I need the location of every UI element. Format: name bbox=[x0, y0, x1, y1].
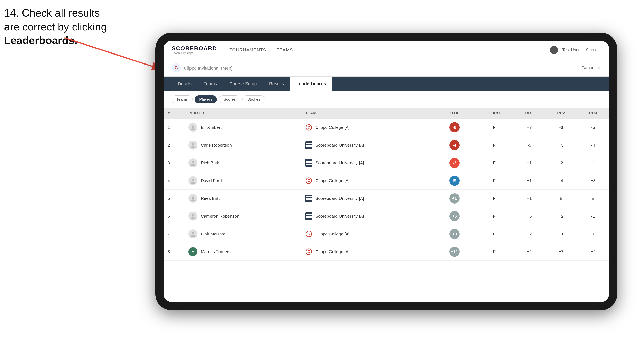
tab-teams[interactable]: Teams bbox=[198, 77, 223, 91]
top-nav: SCOREBOARD Powered by clippd TOURNAMENTS… bbox=[164, 41, 609, 59]
col-rd1: RD1 bbox=[514, 108, 545, 119]
cell-total: +6 bbox=[434, 207, 476, 225]
score-badge: +1 bbox=[450, 193, 460, 203]
team-name: Clippd College [A] bbox=[315, 231, 350, 236]
filter-scores[interactable]: Scores bbox=[219, 95, 240, 104]
table-row: 5Rees BrittScoreboard University [A]+1F+… bbox=[164, 190, 609, 207]
svg-point-17 bbox=[191, 182, 195, 183]
svg-rect-9 bbox=[306, 145, 312, 146]
cell-thru: F bbox=[476, 154, 514, 172]
cell-team: CClippd College [A] bbox=[301, 172, 434, 190]
cell-thru: F bbox=[476, 190, 514, 207]
filter-strokes[interactable]: Strokes bbox=[242, 95, 265, 104]
instruction-line2: are correct by clicking bbox=[4, 21, 107, 33]
nav-user-text: Test User | bbox=[562, 48, 582, 52]
nav-links: TOURNAMENTS TEAMS bbox=[229, 46, 538, 54]
cell-player: Blair McHarg bbox=[184, 225, 301, 243]
cell-rd1: +3 bbox=[514, 119, 545, 136]
player-avatar bbox=[188, 159, 198, 168]
filter-teams[interactable]: Teams bbox=[172, 95, 192, 104]
table-row: 7Blair McHargCClippd College [A]+9F+2+1+… bbox=[164, 225, 609, 243]
nav-teams[interactable]: TEAMS bbox=[276, 46, 293, 54]
tab-details[interactable]: Details bbox=[172, 77, 198, 91]
cell-rd1: +1 bbox=[514, 172, 545, 190]
svg-rect-28 bbox=[306, 215, 312, 217]
team-name: Scoreboard University [A] bbox=[315, 161, 364, 165]
instruction-block: 14. Check all results are correct by cli… bbox=[4, 6, 107, 48]
tab-results[interactable]: Results bbox=[263, 77, 290, 91]
svg-point-20 bbox=[192, 196, 194, 199]
cell-rank: 3 bbox=[164, 154, 184, 172]
nav-tournaments[interactable]: TOURNAMENTS bbox=[229, 46, 266, 54]
user-avatar: T bbox=[550, 46, 558, 54]
cell-rd1: +5 bbox=[514, 207, 545, 225]
score-badge: +11 bbox=[450, 247, 460, 257]
cell-thru: F bbox=[476, 119, 514, 136]
cell-player: Cameron Robertson bbox=[184, 207, 301, 225]
tab-bar: Details Teams Course Setup Results Leade… bbox=[164, 77, 609, 91]
svg-point-12 bbox=[191, 164, 195, 166]
col-rank: # bbox=[164, 108, 184, 119]
table-row: 3Rich ButlerScoreboard University [A]-2F… bbox=[164, 154, 609, 172]
team-name: Scoreboard University [A] bbox=[315, 143, 364, 148]
cell-rank: 5 bbox=[164, 190, 184, 207]
tab-leaderboards[interactable]: Leaderboards bbox=[290, 77, 332, 91]
cancel-button[interactable]: Cancel ✕ bbox=[582, 65, 601, 70]
svg-point-16 bbox=[192, 178, 194, 181]
svg-rect-13 bbox=[306, 161, 312, 162]
cell-rank: 2 bbox=[164, 136, 184, 154]
col-total: TOTAL bbox=[434, 108, 476, 119]
player-avatar bbox=[188, 212, 198, 221]
team-name: Clippd College [A] bbox=[315, 249, 350, 254]
cell-rd2: +1 bbox=[545, 225, 577, 243]
svg-rect-23 bbox=[306, 198, 312, 199]
svg-text:C: C bbox=[308, 250, 310, 254]
cell-rd3: -1 bbox=[577, 154, 609, 172]
cell-team: CClippd College [A] bbox=[301, 119, 434, 136]
svg-point-3 bbox=[191, 128, 195, 130]
score-badge: +9 bbox=[450, 229, 460, 239]
cell-total: E bbox=[434, 172, 476, 190]
player-name: David Ford bbox=[201, 178, 222, 183]
svg-rect-8 bbox=[306, 143, 312, 144]
svg-point-6 bbox=[192, 143, 194, 146]
player-name: Blair McHarg bbox=[201, 231, 226, 236]
cell-rank: 4 bbox=[164, 172, 184, 190]
filter-players[interactable]: Players bbox=[194, 95, 217, 104]
cell-player: Chris Robertson bbox=[184, 136, 301, 154]
player-name: Elliot Ebert bbox=[201, 125, 222, 130]
sub-header: C Clippd Invitational (Men) Cancel ✕ bbox=[164, 59, 609, 77]
team-name: Scoreboard University [A] bbox=[315, 196, 364, 201]
svg-point-30 bbox=[192, 232, 194, 234]
table-header-row: # PLAYER TEAM TOTAL THRU RD1 RD2 RD3 bbox=[164, 108, 609, 119]
logo-text: SCOREBOARD bbox=[172, 45, 217, 51]
player-name: Marcus Turners bbox=[201, 249, 230, 254]
svg-rect-14 bbox=[306, 162, 312, 163]
tab-course-setup[interactable]: Course Setup bbox=[223, 77, 263, 91]
team-name: Scoreboard University [A] bbox=[315, 214, 364, 219]
table-row: 1Elliot EbertCClippd College [A]-8F+3-6-… bbox=[164, 119, 609, 136]
table-row: 4David FordCClippd College [A]EF+1-4+3 bbox=[164, 172, 609, 190]
cell-player: David Ford bbox=[184, 172, 301, 190]
cell-rd1: -5 bbox=[514, 136, 545, 154]
table-row: 8MMarcus TurnersCClippd College [A]+11F+… bbox=[164, 243, 609, 261]
score-badge: E bbox=[450, 175, 460, 186]
cell-rd2: +5 bbox=[545, 136, 577, 154]
cell-rd2: -6 bbox=[545, 119, 577, 136]
score-badge: -8 bbox=[450, 122, 460, 133]
cell-rd2: -4 bbox=[545, 172, 577, 190]
player-avatar: M bbox=[188, 247, 198, 256]
cell-rd1: +1 bbox=[514, 190, 545, 207]
tournament-title: Clippd Invitational (Men) bbox=[184, 65, 582, 71]
cell-thru: F bbox=[476, 207, 514, 225]
player-avatar bbox=[188, 194, 198, 203]
col-rd2: RD2 bbox=[545, 108, 577, 119]
cell-player: Elliot Ebert bbox=[184, 119, 301, 136]
svg-rect-24 bbox=[306, 199, 312, 200]
cell-team: Scoreboard University [A] bbox=[301, 207, 434, 225]
player-name: Rees Britt bbox=[201, 196, 220, 201]
cell-rd1: +2 bbox=[514, 225, 545, 243]
svg-point-7 bbox=[191, 146, 195, 148]
signout-link[interactable]: Sign out bbox=[586, 48, 601, 52]
svg-rect-29 bbox=[306, 217, 312, 218]
